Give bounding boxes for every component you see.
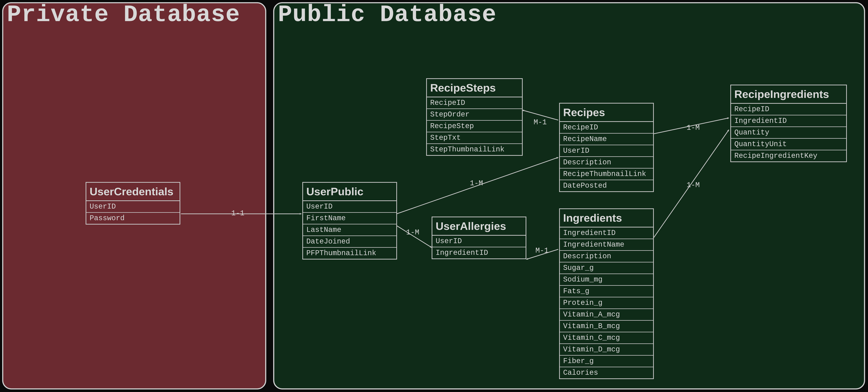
entity-ingredients: Ingredients IngredientID IngredientName … bbox=[559, 208, 654, 379]
entity-field: IngredientID bbox=[432, 247, 526, 258]
entity-field: Sodium_mg bbox=[560, 274, 653, 286]
entity-field: UserID bbox=[86, 201, 180, 213]
rel-label-ingredients-recipeing: 1-M bbox=[687, 181, 700, 189]
entity-title: Recipes bbox=[560, 103, 653, 122]
entity-title: Ingredients bbox=[560, 209, 653, 227]
entity-title: RecipeSteps bbox=[427, 79, 522, 97]
entity-field: Protein_g bbox=[560, 297, 653, 309]
entity-field: Fiber_g bbox=[560, 356, 653, 367]
entity-title: UserCredentials bbox=[86, 183, 180, 201]
entity-field: RecipeThumbnailLink bbox=[560, 168, 653, 180]
entity-recipes: Recipes RecipeID RecipeName UserID Descr… bbox=[559, 103, 654, 192]
entity-user-public: UserPublic UserID FirstName LastName Dat… bbox=[302, 182, 397, 260]
rel-label-ingredients-allergies: M-1 bbox=[535, 247, 549, 255]
entity-field: StepThumbnailLink bbox=[427, 144, 522, 155]
entity-field: RecipeName bbox=[560, 134, 653, 145]
rel-label-userpublic-allergies: 1-M bbox=[406, 228, 419, 237]
entity-field: RecipeID bbox=[560, 122, 653, 134]
entity-field: Fats_g bbox=[560, 286, 653, 297]
entity-field: Vitamin_C_mcg bbox=[560, 332, 653, 344]
entity-field: Vitamin_B_mcg bbox=[560, 321, 653, 332]
entity-field: UserID bbox=[303, 201, 396, 213]
entity-field: RecipeID bbox=[731, 104, 846, 116]
entity-field: QuantityUnit bbox=[731, 139, 846, 150]
private-database-title: Private Database bbox=[7, 1, 240, 28]
entity-field: RecipeIngredientKey bbox=[731, 150, 846, 161]
entity-field: RecipeID bbox=[427, 97, 522, 109]
entity-field: PFPThumbnailLink bbox=[303, 248, 396, 259]
entity-user-credentials: UserCredentials UserID Password bbox=[86, 182, 180, 225]
entity-recipe-steps: RecipeSteps RecipeID StepOrder RecipeSte… bbox=[426, 78, 523, 156]
entity-field: Vitamin_D_mcg bbox=[560, 344, 653, 356]
entity-field: UserID bbox=[432, 236, 526, 247]
rel-label-recipes-steps: M-1 bbox=[534, 118, 547, 127]
entity-field: Description bbox=[560, 157, 653, 168]
entity-field: Vitamin_A_mcg bbox=[560, 309, 653, 321]
entity-field: Description bbox=[560, 251, 653, 262]
entity-field: Sugar_g bbox=[560, 262, 653, 274]
entity-field: StepTxt bbox=[427, 132, 522, 144]
entity-field: IngredientID bbox=[560, 227, 653, 239]
entity-field: Quantity bbox=[731, 127, 846, 139]
entity-field: IngredientName bbox=[560, 239, 653, 251]
entity-field: FirstName bbox=[303, 213, 396, 224]
entity-title: UserPublic bbox=[303, 183, 396, 201]
entity-field: StepOrder bbox=[427, 109, 522, 121]
public-database-title: Public Database bbox=[278, 1, 496, 28]
rel-label-usercred-userpublic: 1-1 bbox=[231, 209, 244, 218]
entity-recipe-ingredients: RecipeIngredients RecipeID IngredientID … bbox=[730, 85, 847, 162]
entity-field: RecipeStep bbox=[427, 121, 522, 132]
entity-field: Calories bbox=[560, 367, 653, 378]
entity-field: LastName bbox=[303, 224, 396, 236]
entity-title: UserAllergies bbox=[432, 217, 526, 236]
entity-user-allergies: UserAllergies UserID IngredientID bbox=[432, 217, 526, 259]
entity-field: DatePosted bbox=[560, 180, 653, 191]
entity-field: Password bbox=[86, 213, 180, 224]
entity-field: UserID bbox=[560, 145, 653, 157]
entity-title: RecipeIngredients bbox=[731, 85, 846, 104]
entity-field: IngredientID bbox=[731, 116, 846, 127]
entity-field: DateJoined bbox=[303, 236, 396, 248]
rel-label-userpublic-recipes: 1-M bbox=[470, 179, 483, 188]
rel-label-recipes-recipeing: 1-M bbox=[687, 124, 700, 132]
